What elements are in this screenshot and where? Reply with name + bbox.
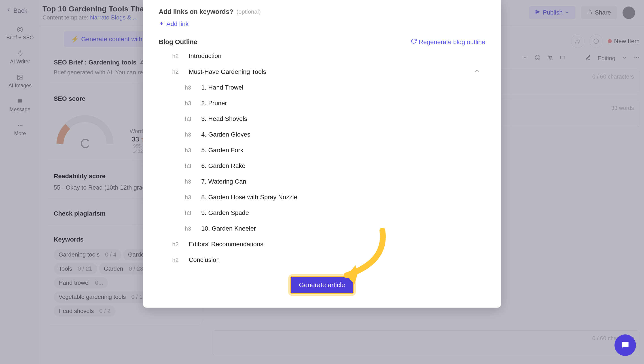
- outline-item[interactable]: h2Conclusion: [172, 256, 485, 263]
- outline-item[interactable]: h34. Garden Gloves: [172, 131, 485, 138]
- outline-item[interactable]: h35. Garden Fork: [172, 147, 485, 154]
- outline-item[interactable]: h2Editors' Recommendations: [172, 241, 485, 248]
- outline-item[interactable]: h2Must-Have Gardening Tools: [172, 68, 485, 75]
- chat-widget[interactable]: [614, 334, 636, 356]
- chevron-up-icon[interactable]: [474, 68, 485, 75]
- outline-item[interactable]: h36. Garden Rake: [172, 162, 485, 169]
- optional-label: (optional): [236, 8, 261, 15]
- outline-item[interactable]: h310. Garden Kneeler: [172, 225, 485, 232]
- outline-item[interactable]: h39. Garden Spade: [172, 209, 485, 217]
- outline-heading: Blog Outline: [159, 38, 197, 46]
- outline-item[interactable]: h33. Head Shovels: [172, 115, 485, 122]
- outline-item[interactable]: h37. Watering Can: [172, 178, 485, 185]
- outline-item[interactable]: h2Introduction: [172, 52, 485, 60]
- outline-list: h2Introductionh2Must-Have Gardening Tool…: [159, 52, 485, 263]
- outline-modal: Add links on keywords? (optional) Add li…: [143, 0, 501, 308]
- refresh-icon: [411, 38, 416, 46]
- regenerate-button[interactable]: Regenerate blog outline: [411, 38, 485, 46]
- outline-item[interactable]: h31. Hand Trowel: [172, 84, 485, 91]
- links-question: Add links on keywords?: [159, 8, 234, 16]
- plus-icon: [159, 20, 164, 28]
- add-link-button[interactable]: Add link: [159, 20, 485, 28]
- outline-item[interactable]: h38. Garden Hose with Spray Nozzle: [172, 194, 485, 201]
- outline-item[interactable]: h32. Pruner: [172, 100, 485, 107]
- generate-article-button[interactable]: Generate article: [290, 276, 354, 294]
